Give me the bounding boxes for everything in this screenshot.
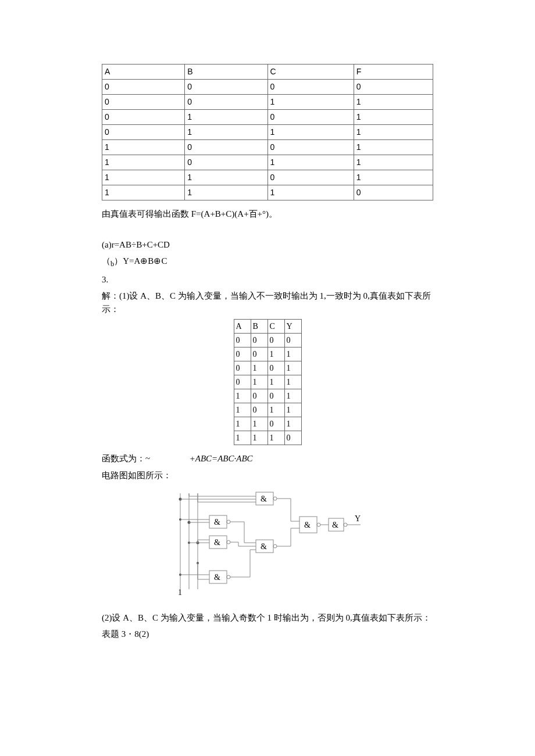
table-row: 0011: [102, 95, 433, 110]
cell: 0: [234, 334, 251, 347]
cell: 1: [268, 403, 284, 417]
table-row: A B C F: [102, 65, 433, 80]
const-1-label: 1: [178, 588, 182, 597]
table-row: 0111: [102, 125, 433, 140]
text: 由真值表可得输出函数 F=(A+B+C)(A+百+°)。: [102, 209, 277, 218]
cell: 1: [234, 417, 251, 431]
cell: 0: [185, 80, 268, 95]
cell: 0: [354, 185, 433, 200]
cell: 1: [284, 417, 301, 431]
cell: 0: [354, 80, 433, 95]
cell: 1: [354, 125, 433, 140]
table-row: 0000: [102, 80, 433, 95]
cell: 1: [268, 125, 354, 140]
cell: 1: [284, 375, 301, 389]
cell: 0: [284, 431, 301, 445]
cell: 0: [102, 125, 185, 140]
cell: A: [234, 320, 251, 334]
table-row: 1110: [234, 431, 301, 445]
cell: 1: [354, 110, 433, 125]
cell: 0: [102, 110, 185, 125]
table-row: 1011: [234, 403, 301, 417]
cell: 0: [268, 361, 284, 375]
table-row: 1011: [102, 155, 433, 170]
cell: 1: [251, 431, 268, 445]
cell: 1: [284, 361, 301, 375]
text: ）Y=A⊕B⊕C: [114, 256, 167, 266]
and-gate-icon: &: [214, 518, 220, 526]
circuit-svg: & & & & & & & Y 1: [169, 488, 366, 598]
table-row: 1001: [102, 140, 433, 155]
cell: 0: [251, 389, 268, 403]
cell: 1: [102, 170, 185, 185]
cell: 0: [234, 347, 251, 361]
cell: 0: [268, 80, 354, 95]
and-gate-icon: &: [214, 573, 220, 582]
cell: 1: [185, 170, 268, 185]
cell: 0: [185, 140, 268, 155]
cell: B: [251, 320, 268, 334]
cell: 1: [102, 140, 185, 155]
cell: 1: [268, 431, 284, 445]
and-gate-icon: &: [304, 521, 311, 529]
item-3: 3.: [102, 273, 433, 286]
svg-point-11: [273, 497, 277, 500]
svg-point-27: [227, 575, 230, 579]
cell: B: [185, 65, 268, 80]
cell: 0: [251, 347, 268, 361]
cell: 1: [268, 185, 354, 200]
cell: 0: [234, 361, 251, 375]
cell: 1: [354, 95, 433, 110]
item-b: （b）Y=A⊕B⊕C: [102, 255, 433, 270]
table-row: 1001: [234, 389, 301, 403]
cell: 1: [234, 389, 251, 403]
cell: 1: [185, 185, 268, 200]
table-row: 1110: [102, 185, 433, 200]
table-row: 1101: [234, 417, 301, 431]
table-row: A B C Y: [234, 320, 301, 334]
svg-point-51: [344, 523, 347, 526]
cell: 1: [251, 375, 268, 389]
svg-point-32: [273, 544, 277, 548]
cell: Y: [284, 320, 301, 334]
cell: 0: [268, 110, 354, 125]
cell: 1: [268, 347, 284, 361]
cell: 1: [268, 155, 354, 170]
cell: 0: [268, 170, 354, 185]
text: +ABC=ABC·ABC: [190, 454, 253, 463]
item-a: (a)r=AB÷B+C+CD: [102, 238, 433, 252]
and-gate-icon: &: [261, 542, 267, 551]
solution-intro: 解：(1)设 A、B、C 为输入变量，当输入不一致时输出为 1,一致时为 0,真…: [102, 289, 433, 316]
circuit-diagram: & & & & & & & Y 1: [102, 488, 433, 602]
cell: 0: [268, 417, 284, 431]
cell: 0: [251, 403, 268, 417]
cell: 1: [234, 403, 251, 417]
table-row: 0011: [234, 347, 301, 361]
table-row: 0101: [234, 361, 301, 375]
cell: 1: [234, 431, 251, 445]
cell: 0: [268, 389, 284, 403]
function-expression: 函数式为：~ +ABC=ABC·ABC: [102, 452, 433, 465]
cell: 0: [284, 334, 301, 347]
and-gate-icon: &: [261, 495, 267, 503]
svg-point-18: [227, 520, 230, 524]
output-y-label: Y: [355, 514, 361, 523]
text: 函数式为：~: [102, 454, 150, 463]
cell: 0: [268, 140, 354, 155]
cell: 0: [185, 95, 268, 110]
table-row: 0111: [234, 375, 301, 389]
table-row: 0101: [102, 110, 433, 125]
cell: 0: [251, 334, 268, 347]
cell: F: [354, 65, 433, 80]
cell: 1: [102, 155, 185, 170]
cell: 0: [268, 334, 284, 347]
cell: A: [102, 65, 185, 80]
cell: 1: [251, 417, 268, 431]
cell: 1: [102, 185, 185, 200]
cell: 1: [284, 389, 301, 403]
truth-table-1: A B C F 0000 0011 0101 0111 1001 1011 11…: [102, 64, 433, 200]
cell: 0: [102, 95, 185, 110]
and-gate-icon: &: [214, 538, 220, 547]
text: （: [102, 256, 110, 266]
cell: C: [268, 320, 284, 334]
